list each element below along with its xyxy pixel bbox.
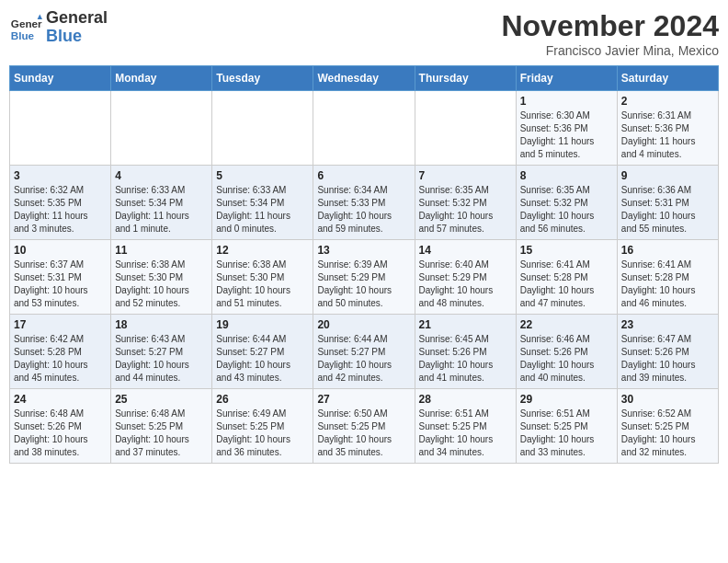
day-info: Sunrise: 6:35 AM Sunset: 5:32 PM Dayligh…: [419, 184, 512, 236]
day-number: 23: [621, 318, 714, 331]
day-number: 20: [317, 318, 410, 331]
calendar-cell: 2Sunrise: 6:31 AM Sunset: 5:36 PM Daylig…: [617, 91, 718, 166]
day-number: 13: [317, 244, 410, 257]
calendar-cell: 25Sunrise: 6:48 AM Sunset: 5:25 PM Dayli…: [111, 389, 212, 464]
day-info: Sunrise: 6:31 AM Sunset: 5:36 PM Dayligh…: [621, 109, 714, 161]
day-number: 6: [317, 169, 410, 182]
calendar-cell: 29Sunrise: 6:51 AM Sunset: 5:25 PM Dayli…: [516, 389, 617, 464]
day-number: 16: [621, 244, 714, 257]
calendar-cell: [212, 91, 313, 166]
day-header-thursday: Thursday: [415, 66, 516, 91]
day-number: 8: [520, 169, 613, 182]
day-header-row: SundayMondayTuesdayWednesdayThursdayFrid…: [10, 66, 719, 91]
logo: General Blue General Blue: [9, 9, 108, 46]
calendar-cell: 10Sunrise: 6:37 AM Sunset: 5:31 PM Dayli…: [10, 240, 111, 315]
day-number: 3: [14, 169, 107, 182]
day-number: 28: [419, 393, 512, 406]
day-info: Sunrise: 6:35 AM Sunset: 5:32 PM Dayligh…: [520, 184, 613, 236]
day-header-friday: Friday: [516, 66, 617, 91]
day-info: Sunrise: 6:38 AM Sunset: 5:30 PM Dayligh…: [115, 259, 208, 310]
day-info: Sunrise: 6:36 AM Sunset: 5:31 PM Dayligh…: [621, 184, 714, 236]
logo-icon: General Blue: [9, 11, 42, 44]
day-number: 17: [14, 318, 107, 331]
month-year: November 2024: [501, 9, 719, 43]
calendar: SundayMondayTuesdayWednesdayThursdayFrid…: [9, 65, 719, 464]
logo-text: General Blue: [46, 9, 108, 46]
day-info: Sunrise: 6:41 AM Sunset: 5:28 PM Dayligh…: [621, 259, 714, 310]
week-row-4: 17Sunrise: 6:42 AM Sunset: 5:28 PM Dayli…: [10, 315, 719, 389]
day-number: 25: [115, 393, 208, 406]
day-info: Sunrise: 6:43 AM Sunset: 5:27 PM Dayligh…: [115, 333, 208, 385]
calendar-cell: 26Sunrise: 6:49 AM Sunset: 5:25 PM Dayli…: [212, 389, 313, 464]
day-info: Sunrise: 6:45 AM Sunset: 5:26 PM Dayligh…: [419, 333, 512, 385]
day-info: Sunrise: 6:42 AM Sunset: 5:28 PM Dayligh…: [14, 333, 107, 385]
day-header-monday: Monday: [111, 66, 212, 91]
day-header-sunday: Sunday: [10, 66, 111, 91]
calendar-cell: 15Sunrise: 6:41 AM Sunset: 5:28 PM Dayli…: [516, 240, 617, 315]
day-number: 12: [216, 244, 309, 257]
calendar-cell: 6Sunrise: 6:34 AM Sunset: 5:33 PM Daylig…: [313, 166, 415, 240]
day-info: Sunrise: 6:48 AM Sunset: 5:26 PM Dayligh…: [14, 408, 107, 459]
day-number: 11: [115, 244, 208, 257]
week-row-2: 3Sunrise: 6:32 AM Sunset: 5:35 PM Daylig…: [10, 166, 719, 240]
calendar-cell: [111, 91, 212, 166]
calendar-cell: 16Sunrise: 6:41 AM Sunset: 5:28 PM Dayli…: [617, 240, 718, 315]
calendar-cell: 30Sunrise: 6:52 AM Sunset: 5:25 PM Dayli…: [617, 389, 718, 464]
calendar-cell: 5Sunrise: 6:33 AM Sunset: 5:34 PM Daylig…: [212, 166, 313, 240]
day-info: Sunrise: 6:49 AM Sunset: 5:25 PM Dayligh…: [216, 408, 309, 459]
day-info: Sunrise: 6:44 AM Sunset: 5:27 PM Dayligh…: [317, 333, 410, 385]
day-info: Sunrise: 6:50 AM Sunset: 5:25 PM Dayligh…: [317, 408, 410, 459]
calendar-cell: 27Sunrise: 6:50 AM Sunset: 5:25 PM Dayli…: [313, 389, 415, 464]
logo-line2: Blue: [46, 28, 108, 46]
day-number: 21: [419, 318, 512, 331]
calendar-cell: 12Sunrise: 6:38 AM Sunset: 5:30 PM Dayli…: [212, 240, 313, 315]
day-info: Sunrise: 6:41 AM Sunset: 5:28 PM Dayligh…: [520, 259, 613, 310]
day-number: 14: [419, 244, 512, 257]
calendar-cell: 18Sunrise: 6:43 AM Sunset: 5:27 PM Dayli…: [111, 315, 212, 389]
calendar-cell: 19Sunrise: 6:44 AM Sunset: 5:27 PM Dayli…: [212, 315, 313, 389]
day-number: 1: [520, 95, 613, 108]
day-number: 24: [14, 393, 107, 406]
day-number: 27: [317, 393, 410, 406]
calendar-cell: 24Sunrise: 6:48 AM Sunset: 5:26 PM Dayli…: [10, 389, 111, 464]
day-header-wednesday: Wednesday: [313, 66, 415, 91]
day-number: 19: [216, 318, 309, 331]
calendar-cell: 28Sunrise: 6:51 AM Sunset: 5:25 PM Dayli…: [415, 389, 516, 464]
calendar-cell: 17Sunrise: 6:42 AM Sunset: 5:28 PM Dayli…: [10, 315, 111, 389]
day-number: 7: [419, 169, 512, 182]
day-info: Sunrise: 6:44 AM Sunset: 5:27 PM Dayligh…: [216, 333, 309, 385]
day-number: 4: [115, 169, 208, 182]
calendar-cell: 13Sunrise: 6:39 AM Sunset: 5:29 PM Dayli…: [313, 240, 415, 315]
day-info: Sunrise: 6:37 AM Sunset: 5:31 PM Dayligh…: [14, 259, 107, 310]
calendar-cell: 11Sunrise: 6:38 AM Sunset: 5:30 PM Dayli…: [111, 240, 212, 315]
calendar-cell: 22Sunrise: 6:46 AM Sunset: 5:26 PM Dayli…: [516, 315, 617, 389]
day-info: Sunrise: 6:52 AM Sunset: 5:25 PM Dayligh…: [621, 408, 714, 459]
day-info: Sunrise: 6:40 AM Sunset: 5:29 PM Dayligh…: [419, 259, 512, 310]
calendar-cell: 1Sunrise: 6:30 AM Sunset: 5:36 PM Daylig…: [516, 91, 617, 166]
calendar-cell: 7Sunrise: 6:35 AM Sunset: 5:32 PM Daylig…: [415, 166, 516, 240]
location: Francisco Javier Mina, Mexico: [501, 43, 719, 58]
week-row-3: 10Sunrise: 6:37 AM Sunset: 5:31 PM Dayli…: [10, 240, 719, 315]
day-number: 5: [216, 169, 309, 182]
day-number: 29: [520, 393, 613, 406]
day-info: Sunrise: 6:33 AM Sunset: 5:34 PM Dayligh…: [115, 184, 208, 236]
calendar-cell: 23Sunrise: 6:47 AM Sunset: 5:26 PM Dayli…: [617, 315, 718, 389]
day-info: Sunrise: 6:33 AM Sunset: 5:34 PM Dayligh…: [216, 184, 309, 236]
calendar-cell: [313, 91, 415, 166]
week-row-5: 24Sunrise: 6:48 AM Sunset: 5:26 PM Dayli…: [10, 389, 719, 464]
day-info: Sunrise: 6:48 AM Sunset: 5:25 PM Dayligh…: [115, 408, 208, 459]
day-info: Sunrise: 6:51 AM Sunset: 5:25 PM Dayligh…: [520, 408, 613, 459]
day-number: 9: [621, 169, 714, 182]
day-info: Sunrise: 6:47 AM Sunset: 5:26 PM Dayligh…: [621, 333, 714, 385]
title-area: November 2024 Francisco Javier Mina, Mex…: [501, 9, 719, 58]
day-info: Sunrise: 6:51 AM Sunset: 5:25 PM Dayligh…: [419, 408, 512, 459]
day-header-tuesday: Tuesday: [212, 66, 313, 91]
calendar-cell: 14Sunrise: 6:40 AM Sunset: 5:29 PM Dayli…: [415, 240, 516, 315]
day-info: Sunrise: 6:46 AM Sunset: 5:26 PM Dayligh…: [520, 333, 613, 385]
header: General Blue General Blue November 2024 …: [9, 9, 719, 58]
calendar-cell: 21Sunrise: 6:45 AM Sunset: 5:26 PM Dayli…: [415, 315, 516, 389]
day-info: Sunrise: 6:38 AM Sunset: 5:30 PM Dayligh…: [216, 259, 309, 310]
day-number: 15: [520, 244, 613, 257]
day-number: 30: [621, 393, 714, 406]
calendar-cell: [10, 91, 111, 166]
